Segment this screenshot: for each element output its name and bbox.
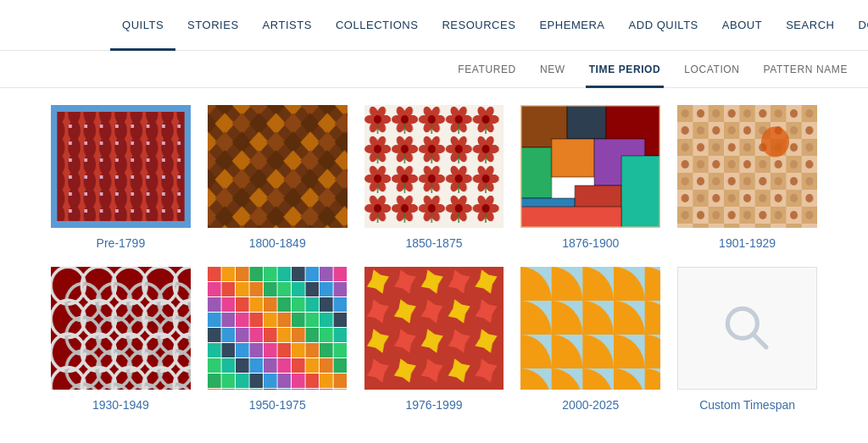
quilt-image-1800-1849 [208, 105, 348, 228]
filter-time-period[interactable]: TIME PERIOD [586, 51, 665, 88]
quilt-image-1950-1975 [208, 267, 348, 390]
quilt-image-pre-1799 [51, 105, 191, 228]
filter-featured[interactable]: FEATURED [454, 51, 520, 88]
quilt-canvas-pre-1799 [51, 105, 191, 228]
quilt-canvas-1800-1849 [208, 105, 348, 228]
svg-line-1 [754, 335, 766, 347]
quilt-card-pre-1799[interactable]: Pre-1799 [51, 105, 191, 250]
quilt-image-1876-1900 [520, 105, 660, 228]
nav-item-stories[interactable]: STORIES [175, 0, 250, 51]
quilt-canvas-1850-1875 [364, 105, 504, 228]
quilt-label-1976-1999: 1976-1999 [406, 398, 463, 412]
filter-bar: FEATUREDNEWTIME PERIODLOCATIONPATTERN NA… [0, 51, 868, 88]
quilt-image-1850-1875 [364, 105, 504, 228]
quilt-canvas-1876-1900 [520, 105, 660, 228]
quilt-card-1976-1999[interactable]: 1976-1999 [364, 267, 504, 412]
quilt-label-custom: Custom Timespan [699, 398, 795, 412]
quilt-canvas-1901-1929 [677, 105, 817, 228]
quilt-canvas-1950-1975 [208, 267, 348, 390]
nav-item-artists[interactable]: ARTISTS [251, 0, 324, 51]
nav-item-collections[interactable]: COLLECTIONS [324, 0, 430, 51]
nav-item-add-quilts[interactable]: ADD QUILTS [617, 0, 710, 51]
quilt-label-1950-1975: 1950-1975 [249, 398, 306, 412]
quilt-image-1976-1999 [364, 267, 504, 390]
filter-location[interactable]: LOCATION [681, 51, 743, 88]
quilt-label-1901-1929: 1901-1929 [719, 236, 776, 250]
quilt-card-custom[interactable]: Custom Timespan [677, 267, 817, 412]
quilt-image-2000-2025 [520, 267, 660, 390]
quilt-card-1930-1949[interactable]: 1930-1949 [51, 267, 191, 412]
quilt-canvas-1976-1999 [364, 267, 504, 390]
quilt-label-1800-1849: 1800-1849 [249, 236, 306, 250]
custom-timespan-search-icon [714, 295, 782, 363]
quilt-label-1850-1875: 1850-1875 [406, 236, 463, 250]
quilt-label-1876-1900: 1876-1900 [562, 236, 619, 250]
quilt-image-1930-1949 [51, 267, 191, 390]
quilt-card-1850-1875[interactable]: 1850-1875 [364, 105, 504, 250]
quilt-card-1800-1849[interactable]: 1800-1849 [208, 105, 348, 250]
nav-item-donate[interactable]: DONATE ♥ [846, 0, 868, 51]
quilt-card-1901-1929[interactable]: 1901-1929 [677, 105, 817, 250]
quilt-canvas-1930-1949 [51, 267, 191, 390]
quilt-label-1930-1949: 1930-1949 [92, 398, 149, 412]
main-header: QUILTSSTORIESARTISTSCOLLECTIONSRESOURCES… [0, 0, 868, 51]
quilt-grid: Pre-17991800-18491850-18751876-19001901-… [51, 105, 817, 412]
nav-item-quilts[interactable]: QUILTS [110, 0, 175, 51]
quilt-card-1876-1900[interactable]: 1876-1900 [520, 105, 660, 250]
filter-pattern-name[interactable]: PATTERN NAME [760, 51, 851, 88]
nav-item-search[interactable]: SEARCH [774, 0, 846, 51]
quilt-image-custom [677, 267, 817, 390]
quilt-card-1950-1975[interactable]: 1950-1975 [208, 267, 348, 412]
nav-item-ephemera[interactable]: EPHEMERA [527, 0, 616, 51]
quilt-card-2000-2025[interactable]: 2000-2025 [520, 267, 660, 412]
quilt-label-pre-1799: Pre-1799 [97, 236, 146, 250]
main-nav: QUILTSSTORIESARTISTSCOLLECTIONSRESOURCES… [110, 0, 868, 51]
filter-new[interactable]: NEW [537, 51, 569, 88]
nav-item-about[interactable]: ABOUT [710, 0, 774, 51]
quilt-image-1901-1929 [677, 105, 817, 228]
quilt-label-2000-2025: 2000-2025 [562, 398, 619, 412]
quilt-canvas-2000-2025 [520, 267, 660, 390]
main-content: Pre-17991800-18491850-18751876-19001901-… [0, 88, 868, 429]
nav-item-resources[interactable]: RESOURCES [430, 0, 527, 51]
